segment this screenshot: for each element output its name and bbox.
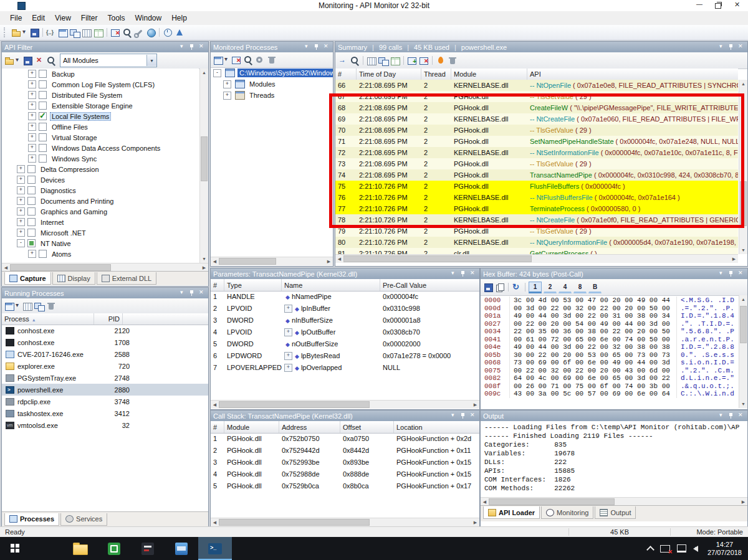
call-stack-horizontal-scrollbar[interactable] bbox=[211, 518, 479, 526]
expand-plus-icon[interactable] bbox=[284, 328, 292, 336]
column-header-location[interactable]: Location bbox=[394, 421, 479, 433]
column-header-process[interactable]: Process bbox=[2, 313, 94, 325]
menu-item-help[interactable]: Help bbox=[166, 12, 192, 24]
expand-plus-icon[interactable] bbox=[223, 80, 231, 88]
parameter-row[interactable]: 7LPOVERLAPPEDlpOverlappedNULL bbox=[211, 362, 479, 374]
panel-menu-icon[interactable] bbox=[449, 270, 458, 278]
expand-plus-icon[interactable] bbox=[28, 123, 36, 131]
window-x-icon[interactable] bbox=[231, 55, 242, 65]
api-call-row[interactable]: 772:21:10.726 PM2PGHook.dllTerminateProc… bbox=[335, 203, 738, 214]
close-icon[interactable] bbox=[197, 43, 206, 51]
globe-icon[interactable] bbox=[145, 27, 156, 38]
column-header--[interactable]: # bbox=[335, 69, 357, 80]
window-x-icon[interactable] bbox=[110, 27, 121, 38]
pin-icon[interactable] bbox=[188, 289, 196, 297]
column-header-time-of-day[interactable]: Time of Day bbox=[357, 69, 421, 80]
columns-icon[interactable] bbox=[22, 301, 33, 311]
flask-icon[interactable] bbox=[174, 27, 185, 38]
scroll-thumb[interactable] bbox=[740, 181, 747, 226]
close-button[interactable] bbox=[728, 0, 747, 11]
close-icon[interactable] bbox=[197, 289, 206, 297]
filter-tree-label[interactable]: Documents and Printing bbox=[39, 197, 115, 206]
pin-icon[interactable] bbox=[727, 412, 736, 420]
group-by-1-button[interactable]: 1 bbox=[529, 282, 542, 293]
filter-tree-label[interactable]: Offline Files bbox=[50, 123, 90, 131]
braces-icon[interactable] bbox=[46, 27, 57, 38]
checkbox[interactable] bbox=[27, 239, 36, 247]
call-stack-row[interactable]: 4PGHook.dll0x752988de0x888dePGHookFuncti… bbox=[211, 468, 479, 480]
hex-vertical-scrollbar[interactable] bbox=[739, 295, 747, 408]
scroll-thumb[interactable] bbox=[219, 258, 276, 265]
column-header-type[interactable]: Type bbox=[224, 279, 282, 291]
checkbox[interactable] bbox=[39, 123, 47, 131]
table-icon[interactable] bbox=[390, 55, 401, 66]
save-icon[interactable] bbox=[482, 282, 494, 293]
checkbox[interactable] bbox=[39, 144, 47, 152]
menu-item-filter[interactable]: Filter bbox=[76, 12, 103, 24]
internet-explorer-taskbar-button[interactable] bbox=[30, 537, 64, 560]
close-icon[interactable] bbox=[468, 270, 477, 278]
module-filter-select[interactable]: All Modules ▾ bbox=[60, 54, 157, 67]
parameter-row[interactable]: 6LPDWORDlpBytesRead0x07a1e278 = 0x0000 bbox=[211, 350, 479, 362]
close-icon[interactable] bbox=[736, 43, 745, 51]
columns-icon[interactable] bbox=[81, 27, 92, 38]
panel-menu-icon[interactable] bbox=[449, 412, 458, 420]
column-header--[interactable]: # bbox=[211, 279, 224, 291]
expand-plus-icon[interactable] bbox=[28, 102, 36, 110]
column-header--[interactable]: # bbox=[211, 421, 224, 433]
monitored-horizontal-scrollbar[interactable] bbox=[211, 257, 333, 265]
api-call-row[interactable]: 802:21:10.726 PM2KERNELBASE.dll-- NtQuer… bbox=[335, 237, 738, 248]
process-row[interactable]: PGSystemTray.exe2748 bbox=[2, 372, 208, 384]
scroll-left-icon[interactable] bbox=[211, 257, 219, 265]
tree-item-root[interactable]: C:\Windows\System32\Window bbox=[211, 67, 333, 78]
tab-processes[interactable]: Processes bbox=[4, 513, 59, 526]
api-call-row[interactable]: 692:21:08.695 PM2KERNELBASE.dll-- NtCrea… bbox=[335, 113, 738, 125]
parameters-horizontal-scrollbar[interactable] bbox=[211, 400, 479, 409]
monitor-add-icon[interactable] bbox=[406, 55, 418, 66]
pin-icon[interactable] bbox=[459, 412, 467, 420]
filter-tree-label[interactable]: Windows Data Access Components bbox=[50, 144, 162, 153]
filter-tree-label[interactable]: Delta Compression bbox=[39, 165, 101, 174]
scroll-right-icon[interactable] bbox=[325, 257, 333, 265]
api-call-row[interactable]: 662:21:08.695 PM2KERNELBASE.dll-- NtOpen… bbox=[335, 80, 738, 91]
checkbox[interactable] bbox=[27, 165, 36, 173]
gear-icon[interactable] bbox=[254, 55, 266, 65]
expand-plus-icon[interactable] bbox=[17, 165, 25, 173]
window-icon[interactable] bbox=[57, 27, 69, 38]
scroll-left-icon[interactable] bbox=[211, 518, 219, 526]
api-call-row[interactable]: 762:21:10.726 PM2KERNELBASE.dll-- NtFlus… bbox=[335, 192, 738, 203]
find-icon[interactable] bbox=[122, 27, 133, 38]
expand-plus-icon[interactable] bbox=[284, 305, 292, 313]
taskbar-clock[interactable]: 14:27 27/07/2018 bbox=[707, 541, 742, 557]
filter-tree-label[interactable]: NT Native bbox=[39, 239, 73, 248]
open-folder-icon[interactable] bbox=[4, 55, 15, 66]
scroll-thumb[interactable] bbox=[219, 401, 370, 408]
tray-chevron-icon[interactable] bbox=[646, 546, 654, 554]
caret-icon[interactable] bbox=[22, 27, 28, 38]
expand-plus-icon[interactable] bbox=[17, 207, 25, 216]
expand-plus-icon[interactable] bbox=[28, 70, 36, 78]
save-icon[interactable] bbox=[29, 27, 40, 38]
panel-menu-icon[interactable] bbox=[178, 289, 187, 297]
tree-item-threads[interactable]: Threads bbox=[211, 90, 333, 101]
byte-order-button[interactable]: B bbox=[588, 282, 602, 293]
scroll-right-icon[interactable] bbox=[730, 255, 738, 263]
process-row[interactable]: rdpclip.exe3748 bbox=[2, 396, 208, 407]
api-call-row[interactable]: 722:21:08.695 PM2KERNELBASE.dll-- NtSetI… bbox=[335, 147, 738, 158]
minimize-button[interactable] bbox=[691, 0, 709, 11]
checkbox[interactable] bbox=[39, 80, 47, 88]
checkbox[interactable] bbox=[39, 250, 47, 258]
go-arrow-icon[interactable] bbox=[337, 55, 348, 66]
blue-app-taskbar-button[interactable] bbox=[165, 537, 198, 560]
group-by-4-button[interactable]: 4 bbox=[559, 282, 572, 293]
scroll-up-icon[interactable] bbox=[739, 80, 747, 88]
filter-tree-label[interactable]: Devices bbox=[39, 176, 67, 184]
pin-icon[interactable] bbox=[312, 43, 321, 51]
win-pair-icon[interactable] bbox=[34, 301, 45, 311]
close-icon[interactable] bbox=[736, 412, 745, 420]
pin-icon[interactable] bbox=[188, 43, 196, 51]
column-header-api[interactable]: API bbox=[527, 69, 738, 80]
scroll-thumb[interactable] bbox=[343, 255, 532, 262]
checkbox[interactable] bbox=[39, 102, 47, 110]
api-call-row[interactable]: 672:21:08.695 PM2PGHook.dll-- TlsGetValu… bbox=[335, 91, 738, 102]
